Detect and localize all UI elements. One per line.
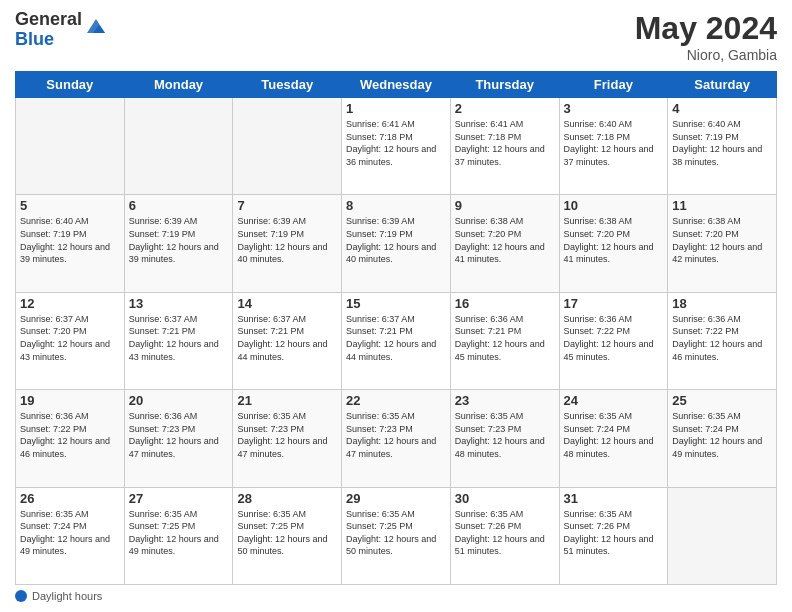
day-info: Sunrise: 6:35 AM Sunset: 7:23 PM Dayligh…: [237, 410, 337, 460]
day-number: 30: [455, 491, 555, 506]
calendar-cell: 10Sunrise: 6:38 AM Sunset: 7:20 PM Dayli…: [559, 195, 668, 292]
day-number: 5: [20, 198, 120, 213]
day-number: 15: [346, 296, 446, 311]
day-info: Sunrise: 6:35 AM Sunset: 7:26 PM Dayligh…: [564, 508, 664, 558]
day-number: 1: [346, 101, 446, 116]
logo-icon: [85, 15, 107, 37]
calendar-cell: 3Sunrise: 6:40 AM Sunset: 7:18 PM Daylig…: [559, 98, 668, 195]
calendar-week-row: 5Sunrise: 6:40 AM Sunset: 7:19 PM Daylig…: [16, 195, 777, 292]
day-info: Sunrise: 6:36 AM Sunset: 7:23 PM Dayligh…: [129, 410, 229, 460]
calendar-cell: 13Sunrise: 6:37 AM Sunset: 7:21 PM Dayli…: [124, 292, 233, 389]
day-info: Sunrise: 6:37 AM Sunset: 7:21 PM Dayligh…: [129, 313, 229, 363]
day-info: Sunrise: 6:35 AM Sunset: 7:24 PM Dayligh…: [20, 508, 120, 558]
day-info: Sunrise: 6:36 AM Sunset: 7:22 PM Dayligh…: [564, 313, 664, 363]
calendar-cell: [124, 98, 233, 195]
day-info: Sunrise: 6:36 AM Sunset: 7:22 PM Dayligh…: [20, 410, 120, 460]
day-info: Sunrise: 6:35 AM Sunset: 7:25 PM Dayligh…: [237, 508, 337, 558]
calendar-cell: 15Sunrise: 6:37 AM Sunset: 7:21 PM Dayli…: [342, 292, 451, 389]
calendar-cell: 18Sunrise: 6:36 AM Sunset: 7:22 PM Dayli…: [668, 292, 777, 389]
day-info: Sunrise: 6:36 AM Sunset: 7:22 PM Dayligh…: [672, 313, 772, 363]
calendar-cell: 12Sunrise: 6:37 AM Sunset: 7:20 PM Dayli…: [16, 292, 125, 389]
day-number: 17: [564, 296, 664, 311]
day-info: Sunrise: 6:36 AM Sunset: 7:21 PM Dayligh…: [455, 313, 555, 363]
calendar-cell: 25Sunrise: 6:35 AM Sunset: 7:24 PM Dayli…: [668, 390, 777, 487]
logo-text: General Blue: [15, 10, 82, 50]
calendar-cell: 1Sunrise: 6:41 AM Sunset: 7:18 PM Daylig…: [342, 98, 451, 195]
calendar-cell: [16, 98, 125, 195]
calendar-cell: 14Sunrise: 6:37 AM Sunset: 7:21 PM Dayli…: [233, 292, 342, 389]
weekday-header: Friday: [559, 72, 668, 98]
day-number: 2: [455, 101, 555, 116]
day-info: Sunrise: 6:35 AM Sunset: 7:25 PM Dayligh…: [129, 508, 229, 558]
day-info: Sunrise: 6:38 AM Sunset: 7:20 PM Dayligh…: [455, 215, 555, 265]
calendar-cell: 8Sunrise: 6:39 AM Sunset: 7:19 PM Daylig…: [342, 195, 451, 292]
calendar-cell: 11Sunrise: 6:38 AM Sunset: 7:20 PM Dayli…: [668, 195, 777, 292]
day-info: Sunrise: 6:39 AM Sunset: 7:19 PM Dayligh…: [346, 215, 446, 265]
day-info: Sunrise: 6:37 AM Sunset: 7:21 PM Dayligh…: [346, 313, 446, 363]
day-info: Sunrise: 6:40 AM Sunset: 7:18 PM Dayligh…: [564, 118, 664, 168]
day-number: 20: [129, 393, 229, 408]
day-number: 8: [346, 198, 446, 213]
day-info: Sunrise: 6:39 AM Sunset: 7:19 PM Dayligh…: [237, 215, 337, 265]
calendar-cell: [233, 98, 342, 195]
weekday-header: Tuesday: [233, 72, 342, 98]
calendar-cell: 9Sunrise: 6:38 AM Sunset: 7:20 PM Daylig…: [450, 195, 559, 292]
day-number: 10: [564, 198, 664, 213]
calendar-cell: 20Sunrise: 6:36 AM Sunset: 7:23 PM Dayli…: [124, 390, 233, 487]
calendar-table: SundayMondayTuesdayWednesdayThursdayFrid…: [15, 71, 777, 585]
calendar-cell: 29Sunrise: 6:35 AM Sunset: 7:25 PM Dayli…: [342, 487, 451, 584]
footer-label: Daylight hours: [32, 590, 102, 602]
day-number: 13: [129, 296, 229, 311]
day-number: 4: [672, 101, 772, 116]
calendar-cell: 5Sunrise: 6:40 AM Sunset: 7:19 PM Daylig…: [16, 195, 125, 292]
day-info: Sunrise: 6:35 AM Sunset: 7:26 PM Dayligh…: [455, 508, 555, 558]
day-number: 9: [455, 198, 555, 213]
calendar-cell: 21Sunrise: 6:35 AM Sunset: 7:23 PM Dayli…: [233, 390, 342, 487]
calendar-cell: 31Sunrise: 6:35 AM Sunset: 7:26 PM Dayli…: [559, 487, 668, 584]
page: General Blue May 2024 Nioro, Gambia Sund…: [0, 0, 792, 612]
day-info: Sunrise: 6:40 AM Sunset: 7:19 PM Dayligh…: [20, 215, 120, 265]
day-number: 3: [564, 101, 664, 116]
day-number: 12: [20, 296, 120, 311]
calendar-cell: 4Sunrise: 6:40 AM Sunset: 7:19 PM Daylig…: [668, 98, 777, 195]
day-info: Sunrise: 6:39 AM Sunset: 7:19 PM Dayligh…: [129, 215, 229, 265]
weekday-header-row: SundayMondayTuesdayWednesdayThursdayFrid…: [16, 72, 777, 98]
title-block: May 2024 Nioro, Gambia: [635, 10, 777, 63]
calendar-cell: 30Sunrise: 6:35 AM Sunset: 7:26 PM Dayli…: [450, 487, 559, 584]
calendar-week-row: 1Sunrise: 6:41 AM Sunset: 7:18 PM Daylig…: [16, 98, 777, 195]
day-number: 22: [346, 393, 446, 408]
calendar-cell: 6Sunrise: 6:39 AM Sunset: 7:19 PM Daylig…: [124, 195, 233, 292]
day-number: 27: [129, 491, 229, 506]
day-number: 28: [237, 491, 337, 506]
calendar-week-row: 19Sunrise: 6:36 AM Sunset: 7:22 PM Dayli…: [16, 390, 777, 487]
day-number: 24: [564, 393, 664, 408]
day-number: 14: [237, 296, 337, 311]
day-info: Sunrise: 6:35 AM Sunset: 7:23 PM Dayligh…: [346, 410, 446, 460]
day-info: Sunrise: 6:38 AM Sunset: 7:20 PM Dayligh…: [564, 215, 664, 265]
calendar-cell: 24Sunrise: 6:35 AM Sunset: 7:24 PM Dayli…: [559, 390, 668, 487]
weekday-header: Wednesday: [342, 72, 451, 98]
header: General Blue May 2024 Nioro, Gambia: [15, 10, 777, 63]
calendar-cell: 17Sunrise: 6:36 AM Sunset: 7:22 PM Dayli…: [559, 292, 668, 389]
calendar-cell: 26Sunrise: 6:35 AM Sunset: 7:24 PM Dayli…: [16, 487, 125, 584]
day-number: 21: [237, 393, 337, 408]
calendar-cell: 19Sunrise: 6:36 AM Sunset: 7:22 PM Dayli…: [16, 390, 125, 487]
day-info: Sunrise: 6:40 AM Sunset: 7:19 PM Dayligh…: [672, 118, 772, 168]
day-info: Sunrise: 6:37 AM Sunset: 7:21 PM Dayligh…: [237, 313, 337, 363]
calendar-cell: 28Sunrise: 6:35 AM Sunset: 7:25 PM Dayli…: [233, 487, 342, 584]
calendar-cell: 27Sunrise: 6:35 AM Sunset: 7:25 PM Dayli…: [124, 487, 233, 584]
calendar-cell: 2Sunrise: 6:41 AM Sunset: 7:18 PM Daylig…: [450, 98, 559, 195]
day-number: 31: [564, 491, 664, 506]
weekday-header: Monday: [124, 72, 233, 98]
calendar-cell: 23Sunrise: 6:35 AM Sunset: 7:23 PM Dayli…: [450, 390, 559, 487]
logo: General Blue: [15, 10, 107, 50]
day-number: 23: [455, 393, 555, 408]
day-info: Sunrise: 6:35 AM Sunset: 7:25 PM Dayligh…: [346, 508, 446, 558]
day-info: Sunrise: 6:38 AM Sunset: 7:20 PM Dayligh…: [672, 215, 772, 265]
day-info: Sunrise: 6:35 AM Sunset: 7:24 PM Dayligh…: [564, 410, 664, 460]
day-info: Sunrise: 6:41 AM Sunset: 7:18 PM Dayligh…: [455, 118, 555, 168]
day-number: 6: [129, 198, 229, 213]
weekday-header: Sunday: [16, 72, 125, 98]
day-number: 11: [672, 198, 772, 213]
day-info: Sunrise: 6:35 AM Sunset: 7:24 PM Dayligh…: [672, 410, 772, 460]
